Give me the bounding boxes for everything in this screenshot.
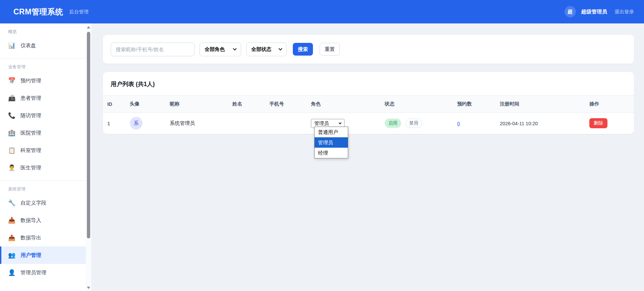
sidebar-item-label: 预约管理 (20, 77, 41, 84)
cell-nickname: 系统管理员 (170, 113, 232, 134)
user-table: ID 头像 昵称 姓名 手机号 角色 状态 预约数 注册时间 操作 1 (103, 95, 634, 134)
status-filter-value: 全部状态 (251, 46, 271, 53)
sidebar-item-dashboard[interactable]: 📊 仪表盘 (0, 37, 86, 54)
admin-icon: 👤 (8, 269, 15, 276)
section-label-business: 业务管理 (0, 64, 86, 72)
chevron-down-icon (339, 122, 341, 124)
sidebar-item-label: 医生管理 (20, 164, 41, 171)
sidebar-item-label: 数据导出 (20, 234, 41, 241)
scrollbar-thumb[interactable] (87, 32, 90, 238)
cell-name (232, 113, 269, 134)
user-list-title: 用户列表 (共1人) (103, 72, 634, 95)
col-role: 角色 (311, 95, 385, 113)
inbox-tray-icon: 📥 (8, 217, 15, 224)
col-name: 姓名 (232, 95, 269, 113)
role-option-manager[interactable]: 经理 (315, 148, 348, 158)
sidebar-item-label: 管理员管理 (20, 269, 47, 276)
sidebar: 概览 📊 仪表盘 业务管理 📅 预约管理 📠 患者管理 📞 随 (0, 23, 91, 291)
enable-status-badge[interactable]: 启用 (385, 119, 401, 128)
delete-button[interactable]: 删除 (589, 118, 607, 128)
sidebar-item-custom-fields[interactable]: 🔧 自定义字段 (0, 194, 86, 212)
role-filter-value: 全部角色 (205, 46, 225, 53)
sidebar-item-followups[interactable]: 📞 随访管理 (0, 107, 86, 124)
doctor-icon: 👨‍⚕️ (8, 164, 15, 171)
search-input[interactable] (111, 43, 195, 56)
wrench-icon: 🔧 (8, 199, 15, 207)
bookings-count-link[interactable]: 0 (457, 121, 460, 126)
app-title: CRM管理系统 (13, 7, 63, 17)
current-username: 超级管理员 (581, 8, 607, 15)
users-icon: 👥 (8, 251, 15, 259)
sidebar-item-data-export[interactable]: 📤 数据导出 (0, 229, 86, 246)
sidebar-item-data-import[interactable]: 📥 数据导入 (0, 212, 86, 229)
col-actions: 操作 (589, 95, 634, 113)
cell-id: 1 (103, 113, 130, 134)
role-filter-select[interactable]: 全部角色 (200, 43, 241, 56)
sidebar-item-admins[interactable]: 👤 管理员管理 (0, 264, 86, 281)
patient-record-icon: 📠 (8, 94, 15, 102)
main-content: 全部角色 全部状态 搜索 重置 用户列表 (共1人) ID (91, 23, 644, 291)
role-option-normal-user[interactable]: 普通用户 (315, 127, 348, 137)
col-avatar: 头像 (130, 95, 170, 113)
sidebar-item-patients[interactable]: 📠 患者管理 (0, 89, 86, 107)
section-label-overview: 概览 (0, 29, 86, 37)
sidebar-item-label: 用户管理 (20, 252, 41, 259)
col-id: ID (103, 95, 130, 113)
role-option-admin[interactable]: 管理员 (315, 137, 348, 148)
logout-link[interactable]: 退出登录 (614, 9, 634, 15)
sidebar-item-label: 仪表盘 (20, 42, 36, 49)
registered-time: 2026-04-11 10:20 (500, 121, 538, 126)
table-row: 1 系 系统管理员 管理员 启用 禁用 (103, 113, 634, 134)
filter-bar: 全部角色 全部状态 搜索 重置 (103, 35, 634, 64)
sidebar-item-users[interactable]: 👥 用户管理 (0, 246, 86, 264)
sidebar-scrollbar[interactable] (86, 23, 91, 291)
outbox-tray-icon: 📤 (8, 234, 15, 241)
col-bookings: 预约数 (457, 95, 500, 113)
role-dropdown-menu: 普通用户 管理员 经理 (314, 127, 348, 158)
sidebar-item-label: 自定义字段 (20, 200, 47, 207)
hospital-icon: 🏥 (8, 129, 15, 137)
col-phone: 手机号 (269, 95, 311, 113)
clipboard-icon: 📋 (8, 147, 15, 154)
col-nickname: 昵称 (170, 95, 232, 113)
sidebar-item-label: 随访管理 (20, 112, 41, 119)
col-status: 状态 (385, 95, 457, 113)
row-role-value: 管理员 (314, 120, 329, 127)
status-filter-select[interactable]: 全部状态 (246, 43, 287, 56)
dashboard-icon: 📊 (8, 42, 15, 49)
reset-button[interactable]: 重置 (320, 43, 340, 56)
chevron-down-icon (278, 47, 282, 50)
user-avatar[interactable]: 超 (565, 6, 576, 17)
calendar-icon: 📅 (8, 77, 15, 84)
search-button[interactable]: 搜索 (293, 43, 313, 56)
sidebar-item-label: 数据导入 (20, 217, 41, 224)
sidebar-item-doctors[interactable]: 👨‍⚕️ 医生管理 (0, 159, 86, 176)
chevron-down-icon (233, 47, 236, 50)
cell-phone (269, 113, 311, 134)
sidebar-item-label: 科室管理 (20, 147, 41, 154)
sidebar-item-hospitals[interactable]: 🏥 医院管理 (0, 124, 86, 142)
sidebar-item-departments[interactable]: 📋 科室管理 (0, 142, 86, 159)
sidebar-item-appointments[interactable]: 📅 预约管理 (0, 72, 86, 89)
top-header: CRM管理系统 后台管理 超 超级管理员 退出登录 (0, 0, 644, 23)
scroll-down-arrow-icon[interactable] (87, 287, 90, 289)
phone-icon: 📞 (8, 112, 15, 119)
table-header-row: ID 头像 昵称 姓名 手机号 角色 状态 预约数 注册时间 操作 (103, 95, 634, 113)
row-avatar: 系 (130, 117, 143, 130)
section-label-system: 系统管理 (0, 186, 86, 194)
app-subtitle: 后台管理 (69, 9, 89, 15)
col-registered: 注册时间 (500, 95, 589, 113)
sidebar-item-label: 医院管理 (20, 130, 41, 137)
scroll-up-arrow-icon[interactable] (87, 26, 90, 28)
user-list-card: 用户列表 (共1人) ID 头像 昵称 姓名 手机号 角色 状态 (103, 72, 634, 134)
sidebar-item-label: 患者管理 (20, 95, 41, 102)
disable-status-button[interactable]: 禁用 (406, 119, 422, 128)
